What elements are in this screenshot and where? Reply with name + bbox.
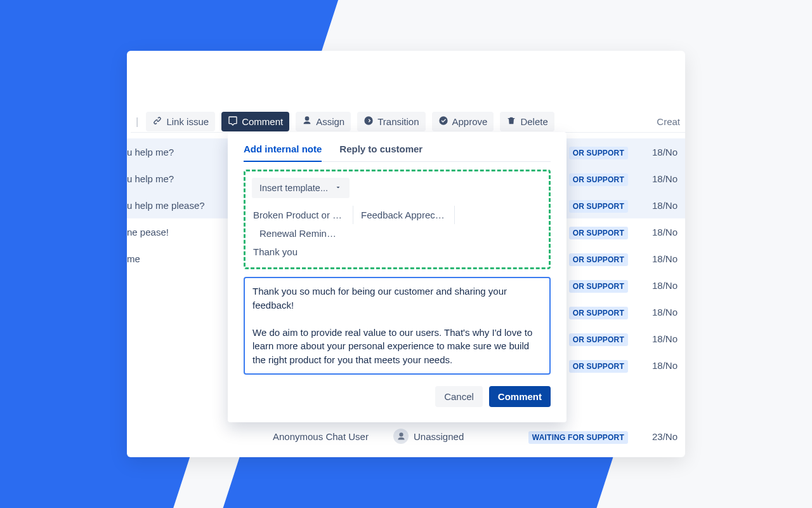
ticket-date: 18/No bbox=[628, 147, 679, 157]
link-issue-button[interactable]: Link issue bbox=[146, 112, 215, 131]
template-option[interactable]: Thank you bbox=[252, 243, 542, 261]
button-label: Assign bbox=[316, 116, 344, 127]
created-label: Creat bbox=[657, 116, 680, 127]
avatar-icon bbox=[393, 429, 409, 444]
approve-button[interactable]: Approve bbox=[432, 112, 494, 131]
comment-editor[interactable]: Thank you so much for being our customer… bbox=[244, 277, 551, 375]
button-label: Comment bbox=[242, 116, 283, 127]
select-label: Insert template... bbox=[259, 183, 328, 193]
submit-comment-button[interactable]: Comment bbox=[489, 386, 551, 407]
link-icon bbox=[152, 116, 162, 128]
ticket-assignee: Unassigned bbox=[393, 429, 501, 444]
table-row[interactable]: Anonymous Chat UserUnassignedWAITING FOR… bbox=[127, 423, 685, 450]
button-label: Delete bbox=[520, 116, 547, 127]
ticket-date: 23/No bbox=[628, 431, 679, 442]
user-icon bbox=[302, 116, 312, 128]
delete-button[interactable]: Delete bbox=[500, 112, 554, 131]
comment-tabs: Add internal note Reply to customer bbox=[244, 144, 551, 162]
tab-reply-customer[interactable]: Reply to customer bbox=[339, 144, 422, 162]
ticket-date: 18/No bbox=[628, 253, 679, 264]
template-option[interactable]: Broken Product or … bbox=[252, 206, 353, 224]
ticket-date: 18/No bbox=[628, 280, 679, 291]
check-circle-icon bbox=[438, 116, 449, 128]
status-badge: WAITING FOR SUPPORT bbox=[501, 431, 628, 442]
app-window: | Link issue Comment Assign Transition bbox=[127, 51, 685, 457]
button-label: Transition bbox=[377, 116, 419, 127]
button-label: Link issue bbox=[166, 116, 209, 127]
ticket-date: 18/No bbox=[628, 173, 679, 184]
transition-button[interactable]: Transition bbox=[357, 112, 425, 131]
ticket-date: 18/No bbox=[628, 307, 679, 318]
ticket-date: 18/No bbox=[628, 333, 679, 344]
template-option[interactable]: Renewal Reminder bbox=[252, 224, 347, 243]
ticket-date: 18/No bbox=[628, 360, 679, 371]
assign-button[interactable]: Assign bbox=[296, 112, 351, 131]
template-highlight-box: Insert template... Broken Product or … F… bbox=[244, 170, 551, 269]
ticket-date: 18/No bbox=[628, 227, 679, 237]
action-toolbar: | Link issue Comment Assign Transition bbox=[136, 112, 685, 131]
chevron-down-icon bbox=[334, 183, 342, 193]
comment-dropdown: Add internal note Reply to customer Inse… bbox=[228, 132, 566, 422]
comment-icon bbox=[228, 116, 238, 128]
toolbar-divider: | bbox=[136, 116, 138, 128]
button-label: Approve bbox=[452, 116, 488, 127]
template-option[interactable]: Feedback Appreci… bbox=[353, 206, 455, 224]
cancel-button[interactable]: Cancel bbox=[435, 386, 483, 407]
trash-icon bbox=[506, 116, 516, 128]
tab-internal-note[interactable]: Add internal note bbox=[244, 144, 322, 162]
insert-template-select[interactable]: Insert template... bbox=[252, 178, 350, 198]
template-quick-list: Broken Product or … Feedback Appreci… Re… bbox=[252, 206, 542, 261]
ticket-reporter: Anonymous Chat User bbox=[273, 431, 393, 442]
popup-actions: Cancel Comment bbox=[244, 386, 551, 407]
ticket-date: 18/No bbox=[628, 200, 679, 211]
arrow-right-circle-icon bbox=[363, 116, 374, 128]
comment-button[interactable]: Comment bbox=[221, 112, 289, 131]
